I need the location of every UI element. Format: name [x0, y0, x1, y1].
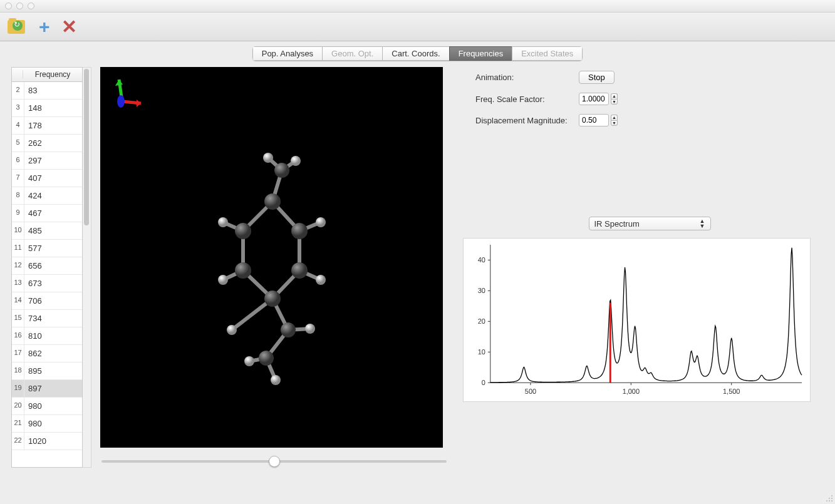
svg-point-34	[305, 324, 315, 334]
row-index: 18	[12, 363, 24, 379]
svg-point-28	[316, 217, 326, 227]
minimize-window-icon[interactable]	[16, 3, 23, 9]
row-index: 17	[12, 345, 24, 362]
svg-point-42	[117, 95, 125, 108]
chevron-updown-icon: ▲▼	[700, 219, 705, 229]
displacement-input[interactable]	[579, 114, 609, 126]
row-value: 897	[24, 380, 82, 397]
row-value: 297	[24, 152, 82, 169]
resize-grip-icon[interactable]	[824, 493, 833, 502]
row-value: 656	[24, 257, 82, 274]
svg-text:500: 500	[525, 388, 536, 395]
row-value: 980	[24, 415, 82, 432]
row-index: 16	[12, 327, 24, 344]
frequency-scrollbar[interactable]	[83, 67, 91, 468]
table-row[interactable]: 19897	[12, 380, 82, 398]
scale-factor-input[interactable]	[579, 93, 609, 105]
spectrum-select-label: IR Spectrum	[594, 219, 640, 229]
table-row[interactable]: 14706	[12, 292, 82, 310]
add-button[interactable]: +	[39, 18, 50, 36]
ir-spectrum-chart[interactable]: 0102030405001,0001,500	[463, 238, 811, 402]
table-row[interactable]: 283	[12, 82, 82, 100]
molecule-viewer[interactable]	[100, 67, 443, 448]
svg-point-20	[291, 223, 308, 239]
svg-text:20: 20	[478, 317, 485, 325]
animation-label: Animation:	[475, 73, 579, 82]
table-row[interactable]: 7407	[12, 170, 82, 187]
tab-frequencies[interactable]: Frequencies	[449, 46, 512, 61]
svg-point-23	[235, 262, 251, 279]
table-row[interactable]: 13673	[12, 275, 82, 292]
table-row[interactable]: 9467	[12, 205, 82, 222]
table-row[interactable]: 15734	[12, 310, 82, 327]
svg-text:0: 0	[482, 379, 485, 386]
open-folder-button[interactable]	[8, 18, 28, 36]
scale-factor-stepper[interactable]: ▲▼	[611, 93, 618, 105]
table-row[interactable]: 20980	[12, 398, 82, 415]
row-index: 12	[12, 257, 24, 274]
table-row[interactable]: 12656	[12, 257, 82, 275]
animation-slider-wrap	[100, 448, 448, 472]
tab-excited-states: Excited States	[512, 46, 583, 61]
table-row[interactable]: 221020	[12, 433, 82, 450]
displacement-stepper[interactable]: ▲▼	[611, 115, 618, 126]
row-value: 83	[24, 82, 82, 99]
row-value: 1020	[24, 433, 82, 450]
tab-pop-analyses[interactable]: Pop. Analyses	[252, 46, 322, 61]
frequency-table[interactable]: Frequency 283314841785262629774078424946…	[11, 67, 83, 468]
svg-text:1,000: 1,000	[623, 388, 640, 395]
table-row[interactable]: 5262	[12, 135, 82, 152]
table-row[interactable]: 3148	[12, 100, 82, 117]
row-value: 148	[24, 100, 82, 116]
tab-cart-coords[interactable]: Cart. Coords.	[382, 46, 449, 61]
axes-gizmo	[100, 67, 144, 111]
table-row[interactable]: 10485	[12, 222, 82, 240]
table-row[interactable]: 4178	[12, 117, 82, 135]
close-window-icon[interactable]	[5, 3, 12, 9]
row-value: 980	[24, 398, 82, 414]
svg-text:1,500: 1,500	[723, 388, 740, 395]
table-row[interactable]: 6297	[12, 152, 82, 170]
table-row[interactable]: 21980	[12, 415, 82, 433]
row-index: 19	[12, 380, 24, 397]
tab-geom-opt: Geom. Opt.	[322, 46, 382, 61]
row-value: 178	[24, 117, 82, 134]
svg-text:30: 30	[478, 287, 485, 294]
zoom-window-icon[interactable]	[28, 3, 34, 9]
table-row[interactable]: 17862	[12, 345, 82, 363]
row-value: 407	[24, 170, 82, 187]
row-value: 673	[24, 275, 82, 292]
row-index: 10	[12, 222, 24, 239]
table-row[interactable]: 11577	[12, 240, 82, 257]
scrollbar-thumb[interactable]	[84, 69, 89, 225]
svg-marker-41	[115, 80, 123, 86]
displacement-label: Displacement Magnitude:	[475, 116, 579, 125]
svg-point-36	[271, 375, 281, 385]
animation-slider[interactable]	[101, 460, 447, 463]
table-row[interactable]: 16810	[12, 327, 82, 345]
row-index: 15	[12, 310, 24, 327]
row-value: 862	[24, 345, 82, 362]
row-index: 7	[12, 170, 24, 187]
svg-point-19	[264, 193, 281, 210]
spectrum-type-select[interactable]: IR Spectrum ▲▼	[589, 217, 711, 230]
scale-factor-label: Freq. Scale Factor:	[475, 95, 579, 104]
frequency-column-label: Frequency	[23, 70, 82, 79]
animation-stop-button[interactable]: Stop	[579, 71, 615, 84]
row-index: 5	[12, 135, 24, 152]
table-row[interactable]: 8424	[12, 187, 82, 205]
svg-point-35	[244, 356, 254, 366]
toolbar: + ✕	[0, 13, 835, 41]
row-value: 485	[24, 222, 82, 239]
row-index: 6	[12, 152, 24, 169]
svg-point-30	[218, 275, 228, 285]
svg-text:40: 40	[478, 256, 485, 264]
row-index: 13	[12, 275, 24, 292]
svg-point-27	[291, 156, 301, 166]
row-value: 467	[24, 205, 82, 222]
remove-button[interactable]: ✕	[61, 18, 77, 36]
row-index: 22	[12, 433, 24, 450]
row-value: 577	[24, 240, 82, 257]
svg-point-26	[263, 153, 273, 163]
table-row[interactable]: 18895	[12, 363, 82, 380]
